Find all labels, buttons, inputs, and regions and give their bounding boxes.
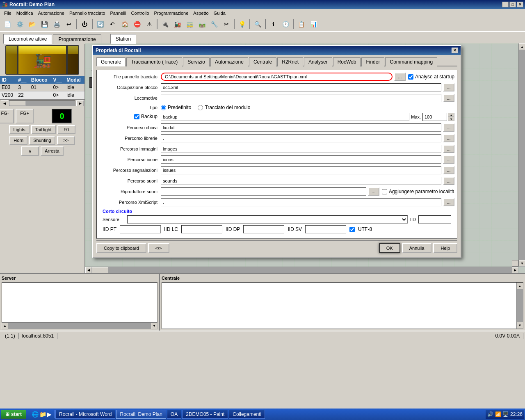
menu-file[interactable]: File bbox=[2, 10, 14, 16]
iid-lc-input[interactable] bbox=[181, 225, 222, 233]
taskbar-paint[interactable]: 2DEMO05 - Paint bbox=[182, 410, 228, 419]
minimize-button[interactable]: _ bbox=[502, 2, 509, 7]
max-up[interactable]: ▲ bbox=[448, 113, 454, 117]
locomotive-browse[interactable]: ... bbox=[443, 94, 454, 102]
toolbar-clock[interactable]: 🕐 bbox=[280, 18, 291, 30]
quicklaunch-media[interactable]: ▶ bbox=[47, 411, 52, 418]
server-panel-content[interactable] bbox=[2, 282, 158, 322]
toolbar-refresh[interactable]: 🔄 bbox=[94, 18, 106, 30]
dialog-tab-r2rnet[interactable]: R2Rnet bbox=[277, 57, 303, 66]
ok-button[interactable]: OK bbox=[379, 243, 400, 253]
hscroll-left-btn[interactable]: ◀ bbox=[85, 267, 92, 274]
dialog-tab-analyser[interactable]: Analyser bbox=[304, 57, 332, 66]
toolbar-list[interactable]: 📋 bbox=[295, 18, 307, 30]
occupazione-blocco-browse[interactable]: ... bbox=[443, 83, 454, 91]
percorso-librerie-browse[interactable]: ... bbox=[443, 134, 454, 142]
riproduttore-suoni-input[interactable] bbox=[161, 187, 366, 196]
iid-pt-input[interactable] bbox=[120, 225, 161, 233]
analyse-startup-checkbox[interactable] bbox=[408, 74, 413, 80]
menu-guida[interactable]: Guida bbox=[211, 10, 228, 16]
help-button[interactable]: Help bbox=[433, 243, 457, 253]
centrale-scroll-down[interactable]: ▼ bbox=[517, 322, 523, 329]
locomotive-input[interactable] bbox=[161, 94, 441, 102]
server-scroll-up[interactable]: ▲ bbox=[2, 323, 8, 329]
tab-station[interactable]: Station bbox=[110, 34, 136, 44]
dialog-tab-generale[interactable]: Generale bbox=[96, 57, 126, 66]
server-scroll-down[interactable]: ▼ bbox=[151, 323, 158, 329]
toolbar-loc1[interactable]: 🚂 bbox=[171, 18, 183, 30]
copy-clipboard-button[interactable]: Copy to clipboard bbox=[96, 243, 146, 253]
close-button[interactable]: ✕ bbox=[517, 2, 523, 7]
iid-sv-input[interactable] bbox=[305, 225, 346, 233]
toolbar-stop[interactable]: ⛔ bbox=[131, 18, 143, 30]
vscroll-down-btn[interactable]: ▼ bbox=[519, 260, 525, 267]
menu-controllo[interactable]: Controllo bbox=[129, 10, 152, 16]
percorso-immagini-input[interactable] bbox=[161, 145, 441, 153]
dialog-tab-finder[interactable]: Finder bbox=[361, 57, 384, 66]
percorso-suoni-input[interactable] bbox=[161, 177, 441, 185]
utf8-checkbox[interactable] bbox=[349, 227, 355, 232]
toolbar-cut[interactable]: ✂ bbox=[221, 18, 232, 30]
menu-modifica[interactable]: Modifica bbox=[14, 10, 36, 16]
menu-aspetto[interactable]: Aspetto bbox=[191, 10, 211, 16]
start-button[interactable]: ⊞ start bbox=[1, 410, 26, 419]
iid-input[interactable] bbox=[418, 215, 451, 224]
menu-pannelli[interactable]: Pannelli bbox=[107, 10, 128, 16]
menu-automazione[interactable]: Automazione bbox=[36, 10, 67, 16]
toolbar-home[interactable]: 🏠 bbox=[119, 18, 130, 30]
percorso-xmlscript-browse[interactable]: ... bbox=[443, 198, 454, 206]
iid-dp-input[interactable] bbox=[243, 225, 284, 233]
tipo-modulo-radio[interactable] bbox=[198, 105, 203, 110]
toolbar-chart[interactable]: 📊 bbox=[308, 18, 319, 30]
toolbar-light[interactable]: 💡 bbox=[236, 18, 248, 30]
arrow-right-button[interactable]: >> bbox=[57, 136, 75, 145]
maximize-button[interactable]: □ bbox=[509, 2, 516, 7]
toolbar-warning[interactable]: ⚠ bbox=[144, 18, 155, 30]
tipo-predefinito-radio[interactable] bbox=[161, 105, 166, 110]
xml-button[interactable]: </> bbox=[148, 243, 169, 253]
hscroll-thumb[interactable] bbox=[92, 267, 108, 273]
backup-input[interactable] bbox=[161, 113, 409, 121]
percorso-segnalazioni-input[interactable] bbox=[161, 166, 441, 174]
quicklaunch-folder[interactable]: 📁 bbox=[39, 411, 46, 418]
centrale-scroll-up[interactable]: ▲ bbox=[517, 283, 523, 289]
f0-button[interactable]: F0 bbox=[57, 125, 75, 134]
percorso-suoni-browse[interactable]: ... bbox=[443, 177, 454, 185]
toolbar-track[interactable]: 🛤️ bbox=[196, 18, 208, 30]
toolbar-loc2[interactable]: 🚃 bbox=[184, 18, 195, 30]
backup-checkbox[interactable] bbox=[134, 114, 139, 119]
vscroll-up-btn[interactable]: ▲ bbox=[519, 43, 525, 50]
percorso-immagini-browse[interactable]: ... bbox=[443, 145, 454, 153]
hscroll-right-btn[interactable]: ▶ bbox=[512, 267, 518, 274]
loco-row-v200[interactable]: V200 22 0> idle bbox=[0, 91, 84, 99]
toolbar-info[interactable]: ℹ bbox=[267, 18, 279, 30]
loco-row-e03[interactable]: E03 3 01 0> idle bbox=[0, 84, 84, 91]
toolbar-connect[interactable]: 🔌 bbox=[159, 18, 171, 30]
toolbar-power[interactable]: ⏻ bbox=[79, 18, 90, 30]
percorso-segnalazioni-browse[interactable]: ... bbox=[443, 166, 454, 174]
percorso-icone-input[interactable] bbox=[161, 155, 441, 164]
toolbar-wrench[interactable]: 🔧 bbox=[208, 18, 220, 30]
percorso-chiavi-input[interactable] bbox=[161, 123, 441, 132]
toolbar-print[interactable]: 🖨️ bbox=[51, 18, 62, 30]
aggiungere-checkbox[interactable] bbox=[382, 189, 387, 194]
shunting-button[interactable]: Shunting bbox=[29, 136, 55, 145]
cancel-button[interactable]: Annulla bbox=[402, 243, 432, 253]
percorso-xmlscript-input[interactable] bbox=[161, 198, 441, 206]
occupazione-blocco-input[interactable] bbox=[161, 83, 441, 91]
toolbar-search[interactable]: 🔍 bbox=[252, 18, 263, 30]
file-pannello-browse[interactable]: ... bbox=[394, 73, 406, 81]
percorso-icone-browse[interactable]: ... bbox=[443, 155, 454, 164]
dialog-tab-centrale[interactable]: Centrale bbox=[249, 57, 276, 66]
arrow-up-button[interactable]: ∧ bbox=[21, 146, 39, 156]
toolbar-undo[interactable]: ↩ bbox=[63, 18, 75, 30]
toolbar-save[interactable]: 💾 bbox=[39, 18, 50, 30]
horn-button[interactable]: Horn bbox=[9, 136, 27, 145]
sensore-select[interactable] bbox=[127, 215, 408, 224]
dialog-close-button[interactable]: ✕ bbox=[452, 48, 458, 53]
toolbar-open[interactable]: 📂 bbox=[26, 18, 38, 30]
taskbar-word[interactable]: Rocrail - Microsoft Word bbox=[55, 410, 115, 419]
dialog-tab-command-mapping[interactable]: Command mapping bbox=[385, 57, 437, 66]
dialog-tab-rocweb[interactable]: RocWeb bbox=[333, 57, 361, 66]
quicklaunch-ie[interactable]: 🌐 bbox=[32, 411, 39, 418]
